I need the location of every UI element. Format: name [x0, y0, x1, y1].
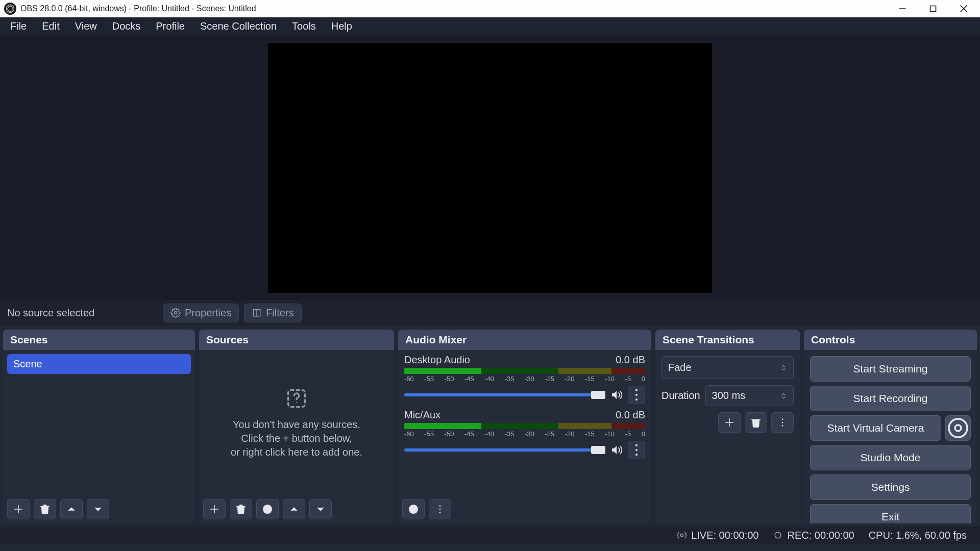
plus-icon: [724, 417, 735, 428]
filters-button[interactable]: Filters: [244, 304, 301, 322]
transition-menu-button[interactable]: [771, 412, 794, 433]
duration-label: Duration: [662, 390, 700, 402]
close-button[interactable]: [948, 0, 979, 17]
gear-icon: [946, 416, 970, 440]
scenes-title: Scenes: [3, 330, 195, 350]
menu-tools[interactable]: Tools: [285, 18, 323, 34]
mixer-settings-button[interactable]: [402, 499, 425, 519]
channel-name: Desktop Audio: [404, 354, 470, 366]
obs-logo-icon: [4, 3, 16, 15]
properties-button[interactable]: Properties: [163, 304, 239, 322]
menu-edit[interactable]: Edit: [35, 18, 66, 34]
plus-icon: [13, 504, 24, 515]
svg-marker-20: [612, 446, 617, 454]
updown-icon: [780, 363, 787, 373]
svg-point-21: [635, 444, 638, 446]
settings-button[interactable]: Settings: [810, 474, 971, 500]
minimize-button[interactable]: [887, 0, 918, 17]
dots-vertical-icon: [628, 442, 645, 458]
menu-file[interactable]: File: [3, 18, 34, 34]
scene-item[interactable]: Scene: [7, 354, 191, 374]
svg-point-33: [782, 425, 783, 427]
add-source-button[interactable]: [203, 499, 226, 519]
channel-menu-button[interactable]: [628, 386, 645, 404]
add-scene-button[interactable]: [7, 499, 30, 519]
meter-scale: -60-55-50-45-40-35-30-25-20-15-10-50: [404, 375, 645, 383]
svg-point-18: [635, 394, 638, 396]
svg-point-34: [955, 425, 961, 431]
trash-icon: [750, 417, 762, 428]
audio-mixer-dock: Audio Mixer Desktop Audio0.0 dB -60-55-5…: [398, 330, 651, 523]
volume-slider[interactable]: [404, 393, 605, 396]
gear-icon: [408, 504, 419, 515]
sources-empty-state[interactable]: You don't have any sources. Click the + …: [199, 350, 394, 495]
channel-name: Mic/Aux: [404, 409, 440, 421]
transitions-title: Scene Transitions: [655, 330, 800, 350]
scenes-dock: Scenes Scene: [3, 330, 195, 523]
svg-rect-2: [930, 6, 936, 12]
dots-vertical-icon: [777, 417, 788, 428]
add-transition-button[interactable]: [718, 412, 741, 433]
svg-marker-16: [612, 391, 617, 399]
transition-select[interactable]: Fade: [662, 356, 794, 379]
chevron-down-icon: [92, 504, 104, 515]
scene-list[interactable]: Scene: [3, 350, 195, 495]
speaker-icon[interactable]: [610, 389, 623, 401]
svg-point-22: [635, 449, 638, 451]
mixer-channel-desktop-audio: Desktop Audio0.0 dB -60-55-50-45-40-35-3…: [404, 354, 645, 404]
svg-point-19: [635, 398, 638, 400]
svg-point-26: [439, 505, 441, 507]
svg-point-23: [635, 454, 638, 456]
sources-dock: Sources You don't have any sources. Clic…: [199, 330, 394, 523]
sources-title: Sources: [199, 330, 394, 350]
chevron-up-icon: [66, 504, 77, 515]
start-streaming-button[interactable]: Start Streaming: [810, 356, 971, 382]
menu-scene-collection[interactable]: Scene Collection: [193, 18, 284, 34]
start-virtual-camera-button[interactable]: Start Virtual Camera: [810, 415, 941, 441]
channel-db: 0.0 dB: [616, 409, 645, 421]
preview-area: [0, 35, 980, 300]
source-selection-label: No source selected: [7, 307, 158, 319]
controls-dock: Controls Start Streaming Start Recording…: [804, 330, 977, 523]
meter-scale: -60-55-50-45-40-35-30-25-20-15-10-50: [404, 430, 645, 438]
source-properties-button[interactable]: [256, 499, 279, 519]
scene-move-down-button[interactable]: [87, 499, 109, 519]
volume-slider[interactable]: [404, 448, 605, 452]
svg-point-25: [409, 505, 418, 514]
virtual-camera-settings-button[interactable]: [945, 415, 971, 441]
exit-button[interactable]: Exit: [810, 504, 971, 523]
source-move-down-button[interactable]: [309, 499, 332, 519]
svg-point-11: [296, 402, 297, 403]
source-move-up-button[interactable]: [283, 499, 305, 519]
start-recording-button[interactable]: Start Recording: [810, 386, 971, 411]
svg-point-36: [681, 534, 683, 537]
mixer-menu-button[interactable]: [429, 499, 451, 519]
vu-meter: [404, 368, 645, 374]
dots-vertical-icon: [628, 387, 645, 403]
scene-move-up-button[interactable]: [60, 499, 83, 519]
duration-spinner[interactable]: 300 ms: [705, 385, 794, 406]
remove-transition-button[interactable]: [745, 412, 767, 433]
speaker-icon[interactable]: [610, 444, 623, 456]
mixer-title: Audio Mixer: [398, 330, 651, 350]
window-title: OBS 28.0.0 (64-bit, windows) - Profile: …: [20, 4, 887, 13]
menu-help[interactable]: Help: [324, 18, 359, 34]
filters-icon: [252, 308, 262, 318]
gear-icon: [170, 308, 181, 318]
menu-docks[interactable]: Docks: [105, 18, 148, 34]
menu-view[interactable]: View: [68, 18, 104, 34]
plus-icon: [209, 504, 220, 515]
studio-mode-button[interactable]: Studio Mode: [810, 445, 971, 470]
vu-meter: [404, 423, 645, 429]
transitions-dock: Scene Transitions Fade Duration 300 ms: [655, 330, 800, 523]
preview-canvas[interactable]: [268, 43, 712, 293]
chevron-down-icon: [315, 504, 326, 515]
remove-scene-button[interactable]: [34, 499, 56, 519]
channel-menu-button[interactable]: [628, 441, 645, 459]
title-bar: OBS 28.0.0 (64-bit, windows) - Profile: …: [0, 0, 980, 17]
status-bar: LIVE: 00:00:00 REC: 00:00:00 CPU: 1.6%, …: [0, 527, 980, 544]
maximize-button[interactable]: [918, 0, 948, 17]
remove-source-button[interactable]: [230, 499, 252, 519]
svg-point-32: [782, 422, 783, 423]
menu-profile[interactable]: Profile: [149, 18, 192, 34]
